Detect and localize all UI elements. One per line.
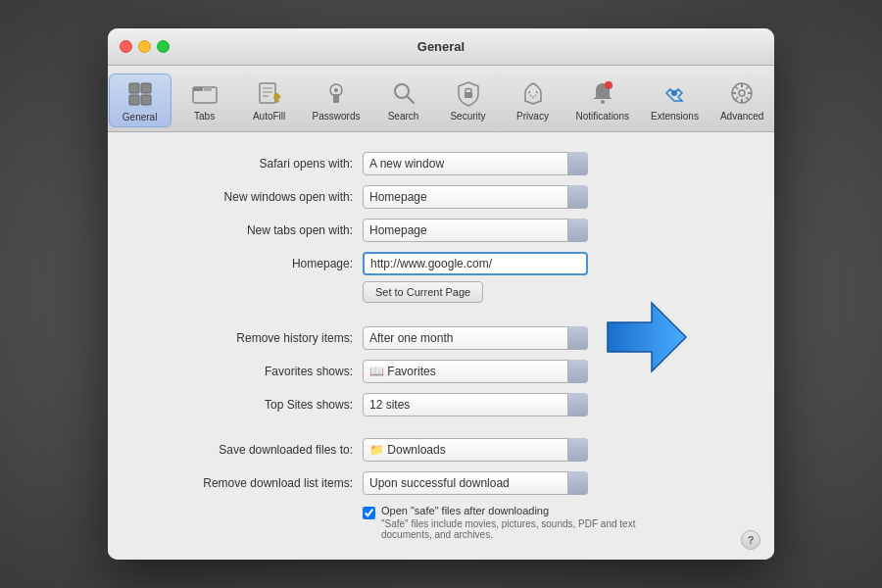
toolbar: General Tabs xyxy=(108,66,774,132)
new-windows-select[interactable]: Homepage xyxy=(363,185,588,209)
toolbar-notifications[interactable]: Notifications xyxy=(566,74,639,127)
general-label: General xyxy=(122,112,158,122)
preferences-window: General General xyxy=(108,28,774,560)
tabs-icon xyxy=(189,77,220,109)
top-sites-control: 12 sites ▲▼ xyxy=(363,393,588,416)
titlebar: General xyxy=(108,28,774,66)
security-label: Security xyxy=(450,111,485,122)
save-downloaded-label: Save downloaded files to: xyxy=(147,443,363,457)
svg-line-16 xyxy=(407,96,414,103)
svg-line-30 xyxy=(735,97,738,100)
favorites-shows-label: Favorites shows: xyxy=(147,365,363,378)
extensions-icon xyxy=(659,77,690,109)
svg-rect-1 xyxy=(141,83,151,93)
toolbar-privacy[interactable]: Privacy xyxy=(502,74,564,127)
new-windows-control: Homepage ▲▼ xyxy=(363,185,588,209)
toolbar-extensions[interactable]: Extensions xyxy=(641,74,709,127)
toolbar-general[interactable]: General xyxy=(109,74,172,127)
search-icon xyxy=(388,77,419,109)
svg-rect-6 xyxy=(204,87,212,91)
remove-download-select[interactable]: Upon successful download xyxy=(363,471,588,495)
svg-point-14 xyxy=(334,88,338,92)
remove-history-row: Remove history items: After one month ▲▼ xyxy=(147,326,735,350)
svg-rect-5 xyxy=(193,87,203,91)
security-icon xyxy=(453,77,484,109)
new-tabs-row: New tabs open with: Homepage ▲▼ xyxy=(147,219,735,242)
extensions-label: Extensions xyxy=(651,111,699,122)
notifications-label: Notifications xyxy=(576,111,629,122)
open-safe-sublabel: "Safe" files include movies, pictures, s… xyxy=(381,518,676,540)
svg-point-22 xyxy=(739,90,745,96)
svg-point-20 xyxy=(671,90,677,96)
toolbar-tabs[interactable]: Tabs xyxy=(173,74,236,127)
help-button[interactable]: ? xyxy=(741,530,760,550)
set-current-page-button[interactable]: Set to Current Page xyxy=(363,281,483,303)
top-sites-label: Top Sites shows: xyxy=(147,398,363,412)
preferences-content: Safari opens with: A new window ▲▼ New w… xyxy=(108,132,774,560)
homepage-input[interactable] xyxy=(363,252,588,275)
advanced-label: Advanced xyxy=(720,111,763,122)
svg-point-19 xyxy=(605,81,612,89)
fullscreen-button[interactable] xyxy=(157,40,170,53)
autofill-icon xyxy=(254,77,285,109)
toolbar-search[interactable]: Search xyxy=(372,74,435,127)
autofill-label: AutoFill xyxy=(253,111,285,122)
window-title: General xyxy=(417,39,465,54)
remove-download-row: Remove download list items: Upon success… xyxy=(147,471,735,495)
new-tabs-control: Homepage ▲▼ xyxy=(363,219,588,242)
new-windows-label: New windows open with: xyxy=(147,190,363,204)
remove-download-label: Remove download list items: xyxy=(147,476,363,490)
safari-opens-control: A new window ▲▼ xyxy=(363,152,588,175)
close-button[interactable] xyxy=(120,40,132,53)
svg-line-27 xyxy=(735,86,738,89)
minimize-button[interactable] xyxy=(138,40,151,53)
toolbar-autofill[interactable]: AutoFill xyxy=(238,74,301,127)
remove-history-label: Remove history items: xyxy=(147,331,363,345)
new-windows-row: New windows open with: Homepage ▲▼ xyxy=(147,185,735,209)
svg-rect-3 xyxy=(141,95,151,105)
save-downloaded-select[interactable]: 📁 Downloads xyxy=(363,438,588,462)
svg-rect-0 xyxy=(129,83,139,93)
favorites-shows-select[interactable]: 📖 Favorites xyxy=(363,360,588,383)
svg-rect-7 xyxy=(260,83,275,103)
favorites-shows-row: Favorites shows: 📖 Favorites ▲▼ xyxy=(147,360,735,383)
general-icon xyxy=(124,78,156,110)
open-safe-label: Open "safe" files after downloading xyxy=(381,505,676,516)
top-sites-select[interactable]: 12 sites xyxy=(363,393,588,416)
search-label: Search xyxy=(388,111,419,122)
toolbar-advanced[interactable]: Advanced xyxy=(710,74,773,127)
favorites-shows-control: 📖 Favorites ▲▼ xyxy=(363,360,588,383)
toolbar-security[interactable]: Security xyxy=(437,74,500,127)
remove-download-control: Upon successful download ▲▼ xyxy=(363,471,588,495)
svg-point-18 xyxy=(601,100,605,104)
privacy-label: Privacy xyxy=(516,111,549,122)
save-downloaded-control: 📁 Downloads ▲▼ xyxy=(363,438,588,462)
advanced-icon xyxy=(726,77,758,109)
save-downloaded-row: Save downloaded files to: 📁 Downloads ▲▼ xyxy=(147,438,735,462)
svg-rect-13 xyxy=(333,94,339,103)
safari-opens-row: Safari opens with: A new window ▲▼ xyxy=(147,152,735,175)
toolbar-passwords[interactable]: Passwords xyxy=(303,74,370,127)
svg-rect-2 xyxy=(129,95,139,105)
tabs-label: Tabs xyxy=(194,111,215,122)
passwords-label: Passwords xyxy=(313,111,361,122)
homepage-label: Homepage: xyxy=(147,257,363,270)
privacy-icon xyxy=(517,77,549,109)
open-safe-checkbox[interactable] xyxy=(363,507,375,519)
svg-rect-17 xyxy=(465,92,472,98)
svg-line-28 xyxy=(746,97,749,100)
safari-opens-select[interactable]: A new window xyxy=(363,152,588,175)
traffic-lights xyxy=(120,40,170,53)
remove-history-select[interactable]: After one month xyxy=(363,326,588,350)
homepage-row: Homepage: xyxy=(147,252,735,275)
safari-opens-label: Safari opens with: xyxy=(147,157,363,171)
svg-line-29 xyxy=(746,86,749,89)
new-tabs-select[interactable]: Homepage xyxy=(363,219,588,242)
top-sites-row: Top Sites shows: 12 sites ▲▼ xyxy=(147,393,735,416)
remove-history-control: After one month ▲▼ xyxy=(363,326,588,350)
passwords-icon xyxy=(320,77,352,109)
new-tabs-label: New tabs open with: xyxy=(147,223,363,237)
notifications-icon xyxy=(587,77,618,109)
open-safe-row: Open "safe" files after downloading "Saf… xyxy=(363,505,676,540)
